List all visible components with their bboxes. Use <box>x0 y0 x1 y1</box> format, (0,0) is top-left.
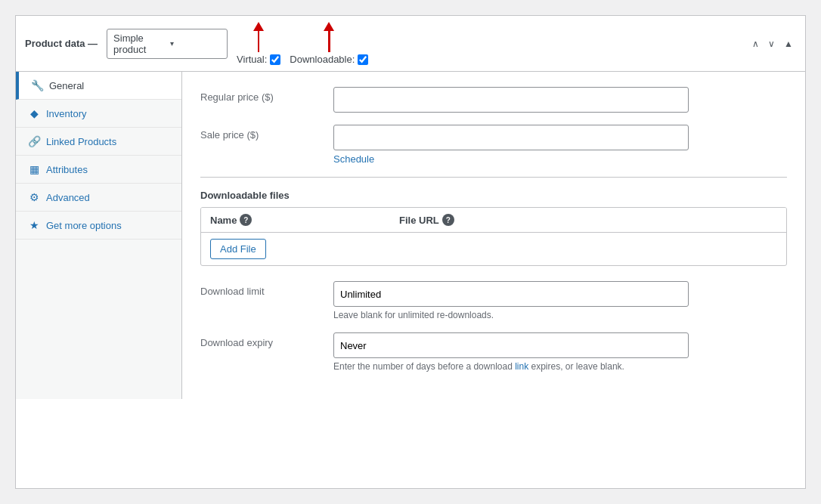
main-content: Regular price ($) Sale price ($) Schedul… <box>182 72 805 399</box>
sidebar: 🔧 General ◆ Inventory 🔗 Linked Products … <box>16 72 182 399</box>
download-expiry-hint: Enter the number of days before a downlo… <box>333 361 787 372</box>
sidebar-label-general: General <box>49 80 84 91</box>
url-help-icon[interactable]: ? <box>442 214 454 226</box>
schedule-link[interactable]: Schedule <box>333 153 374 165</box>
regular-price-field <box>333 87 787 113</box>
downloadable-files-title: Downloadable files <box>200 190 787 201</box>
inventory-icon: ◆ <box>28 107 40 119</box>
sidebar-label-advanced: Advanced <box>46 192 90 203</box>
sidebar-item-get-more-options[interactable]: ★ Get more options <box>16 212 181 240</box>
sale-price-input[interactable] <box>333 125 689 150</box>
arrow-collapse-icon[interactable]: ▲ <box>781 37 796 51</box>
download-expiry-label: Download expiry <box>200 332 321 348</box>
sidebar-item-inventory[interactable]: ◆ Inventory <box>16 100 181 128</box>
regular-price-row: Regular price ($) <box>200 87 787 113</box>
header-collapse-controls: ∧ ∨ ▲ <box>749 37 796 51</box>
wrench-icon: 🔧 <box>31 79 43 91</box>
downloadable-label[interactable]: Downloadable: <box>290 54 368 65</box>
col-name-header: Name ? <box>210 214 399 226</box>
product-data-label: Product data — <box>25 38 98 49</box>
downloadable-arrow <box>324 22 334 52</box>
download-limit-hint: Leave blank for unlimited re-downloads. <box>333 310 787 320</box>
sidebar-item-general[interactable]: 🔧 General <box>16 72 181 100</box>
sale-price-label: Sale price ($) <box>200 125 321 141</box>
header-bar: Product data — Simple product ▾ Virtual: <box>16 16 805 72</box>
download-limit-input[interactable] <box>333 281 689 307</box>
downloadable-section: Downloadable: <box>290 22 368 65</box>
sidebar-label-linked-products: Linked Products <box>46 136 116 147</box>
sidebar-item-advanced[interactable]: ⚙ Advanced <box>16 184 181 212</box>
product-data-box: Product data — Simple product ▾ Virtual: <box>15 15 806 489</box>
arrow-up-icon[interactable]: ∧ <box>749 37 762 51</box>
download-expiry-link[interactable]: link <box>515 361 528 372</box>
sidebar-item-linked-products[interactable]: 🔗 Linked Products <box>16 128 181 156</box>
virtual-arrow <box>253 22 264 52</box>
files-table-body: Add File <box>201 233 786 265</box>
download-expiry-input[interactable] <box>333 332 689 358</box>
arrow-down-icon[interactable]: ∨ <box>765 37 778 51</box>
name-help-icon[interactable]: ? <box>240 214 252 226</box>
add-file-button[interactable]: Add File <box>210 239 266 259</box>
content-area: 🔧 General ◆ Inventory 🔗 Linked Products … <box>16 72 805 399</box>
sale-price-row: Sale price ($) Schedule <box>200 125 787 165</box>
sale-price-field: Schedule <box>333 125 787 165</box>
download-expiry-row: Download expiry Enter the number of days… <box>200 332 787 372</box>
download-limit-row: Download limit Leave blank for unlimited… <box>200 281 787 320</box>
files-table-header: Name ? File URL ? <box>201 208 786 233</box>
download-limit-field: Leave blank for unlimited re-downloads. <box>333 281 787 320</box>
downloadable-files-section: Downloadable files Name ? File URL ? A <box>200 190 787 266</box>
downloadable-label-text: Downloadable: <box>290 54 355 65</box>
sidebar-item-attributes[interactable]: ▦ Attributes <box>16 156 181 184</box>
col-url-header: File URL ? <box>399 214 777 226</box>
download-expiry-field: Enter the number of days before a downlo… <box>333 332 787 372</box>
product-type-select[interactable]: Simple product ▾ <box>107 29 228 59</box>
downloadable-checkbox[interactable] <box>358 54 368 65</box>
files-table: Name ? File URL ? Add File <box>200 207 787 266</box>
virtual-section: Virtual: <box>237 22 280 65</box>
regular-price-label: Regular price ($) <box>200 87 321 103</box>
attributes-icon: ▦ <box>28 163 40 175</box>
virtual-checkbox[interactable] <box>270 54 280 65</box>
download-limit-label: Download limit <box>200 281 321 297</box>
star-icon: ★ <box>28 219 40 231</box>
section-divider <box>200 177 787 178</box>
sidebar-label-attributes: Attributes <box>46 164 88 175</box>
regular-price-input[interactable] <box>333 87 689 113</box>
sidebar-label-get-more-options: Get more options <box>46 220 122 231</box>
sidebar-label-inventory: Inventory <box>46 108 86 119</box>
gear-icon: ⚙ <box>28 191 40 203</box>
virtual-label[interactable]: Virtual: <box>237 54 280 65</box>
virtual-label-text: Virtual: <box>237 54 267 65</box>
link-icon: 🔗 <box>28 135 40 147</box>
chevron-down-icon: ▾ <box>170 39 221 48</box>
product-type-value: Simple product <box>113 32 164 55</box>
